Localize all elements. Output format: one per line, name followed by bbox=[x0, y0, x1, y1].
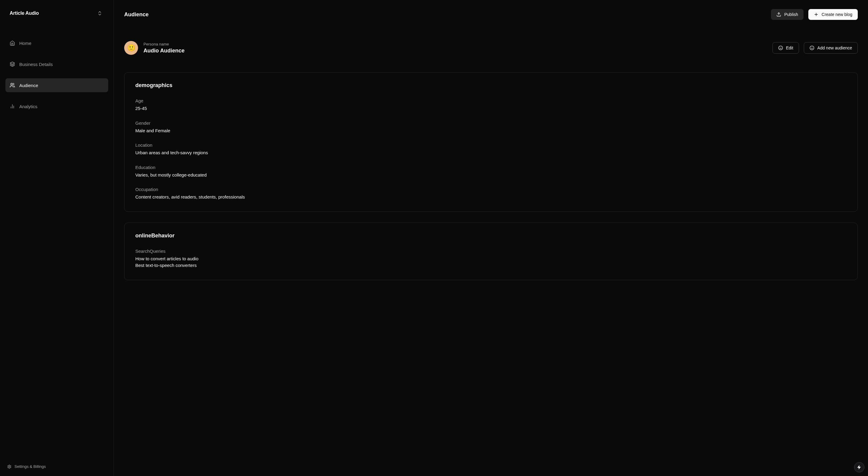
header-actions: Publish Create new blog bbox=[771, 9, 858, 20]
smile-icon bbox=[778, 45, 783, 50]
publish-label: Publish bbox=[784, 12, 798, 17]
field-search-queries: SearchQueries How to convert articles to… bbox=[135, 249, 846, 269]
section-title: demographics bbox=[135, 82, 846, 89]
avatar: 🙂 bbox=[124, 41, 138, 55]
main-content[interactable]: 🙂 Persona name Audio Audience Edit bbox=[114, 29, 868, 476]
add-audience-button[interactable]: Add new audience bbox=[804, 42, 858, 54]
field-value: Content creators, avid readers, students… bbox=[135, 194, 846, 201]
svg-point-1 bbox=[11, 83, 13, 85]
sidebar: Article Audio Home Business Details Audi… bbox=[0, 0, 114, 476]
gear-icon bbox=[7, 465, 11, 469]
section-online-behavior: onlineBehavior SearchQueries How to conv… bbox=[124, 223, 858, 280]
field-value: Male and Female bbox=[135, 127, 846, 134]
field-education: Education Varies, but mostly college-edu… bbox=[135, 165, 846, 179]
layers-icon bbox=[10, 61, 15, 67]
field-location: Location Urban areas and tech-savvy regi… bbox=[135, 142, 846, 156]
field-label: Age bbox=[135, 98, 846, 103]
persona-name: Audio Audience bbox=[144, 47, 184, 54]
edit-label: Edit bbox=[786, 45, 793, 50]
sidebar-nav: Home Business Details Audience Analytics bbox=[0, 27, 114, 459]
upload-icon bbox=[776, 12, 781, 17]
expand-toggle[interactable] bbox=[96, 9, 104, 18]
section-demographics: demographics Age 25-45 Gender Male and F… bbox=[124, 72, 858, 212]
plus-icon bbox=[814, 12, 818, 17]
persona-meta: Persona name Audio Audience bbox=[144, 42, 184, 54]
home-icon bbox=[10, 40, 15, 46]
sidebar-header: Article Audio bbox=[0, 0, 114, 27]
field-occupation: Occupation Content creators, avid reader… bbox=[135, 187, 846, 201]
field-value: Varies, but mostly college-educated bbox=[135, 172, 846, 179]
svg-point-10 bbox=[810, 46, 814, 50]
field-label: SearchQueries bbox=[135, 249, 846, 254]
svg-point-7 bbox=[778, 46, 782, 50]
chart-icon bbox=[10, 104, 15, 109]
main: Audience Publish Create new blog 🙂 bbox=[114, 0, 868, 476]
section-title: onlineBehavior bbox=[135, 232, 846, 239]
add-label: Add new audience bbox=[817, 45, 852, 50]
field-gender: Gender Male and Female bbox=[135, 121, 846, 134]
field-value: 25-45 bbox=[135, 105, 846, 112]
create-label: Create new blog bbox=[822, 12, 852, 17]
field-label: Gender bbox=[135, 121, 846, 126]
brand-name: Article Audio bbox=[10, 10, 39, 16]
sidebar-item-label: Business Details bbox=[19, 62, 53, 67]
settings-link[interactable]: Settings & Billings bbox=[7, 464, 106, 469]
persona-actions: Edit Add new audience bbox=[772, 42, 858, 54]
smile-plus-icon bbox=[809, 45, 814, 50]
field-label: Occupation bbox=[135, 187, 846, 192]
field-value: How to convert articles to audio Best te… bbox=[135, 255, 846, 269]
field-label: Education bbox=[135, 165, 846, 170]
sidebar-item-business-details[interactable]: Business Details bbox=[5, 57, 108, 71]
sidebar-footer: Settings & Billings bbox=[0, 459, 114, 476]
bolt-icon bbox=[857, 465, 862, 470]
create-blog-button[interactable]: Create new blog bbox=[808, 9, 858, 20]
field-age: Age 25-45 bbox=[135, 98, 846, 112]
sidebar-item-label: Audience bbox=[19, 83, 38, 88]
sidebar-item-home[interactable]: Home bbox=[5, 36, 108, 50]
help-badge[interactable] bbox=[854, 462, 864, 472]
chevrons-up-down-icon bbox=[97, 10, 102, 16]
persona-left: 🙂 Persona name Audio Audience bbox=[124, 41, 184, 55]
field-label: Location bbox=[135, 142, 846, 148]
edit-button[interactable]: Edit bbox=[772, 42, 799, 54]
svg-point-5 bbox=[9, 466, 10, 467]
sidebar-item-analytics[interactable]: Analytics bbox=[5, 99, 108, 113]
persona-row: 🙂 Persona name Audio Audience Edit bbox=[124, 41, 858, 55]
avatar-emoji: 🙂 bbox=[127, 44, 135, 52]
sidebar-item-label: Home bbox=[19, 41, 31, 46]
persona-meta-label: Persona name bbox=[144, 42, 184, 46]
main-header: Audience Publish Create new blog bbox=[114, 0, 868, 29]
field-value: Urban areas and tech-savvy regions bbox=[135, 150, 846, 156]
publish-button[interactable]: Publish bbox=[771, 9, 804, 20]
settings-label: Settings & Billings bbox=[14, 464, 46, 469]
page-title: Audience bbox=[124, 11, 149, 18]
users-icon bbox=[10, 83, 15, 88]
sidebar-item-label: Analytics bbox=[19, 104, 37, 109]
sidebar-item-audience[interactable]: Audience bbox=[5, 78, 108, 92]
svg-marker-0 bbox=[10, 62, 15, 64]
